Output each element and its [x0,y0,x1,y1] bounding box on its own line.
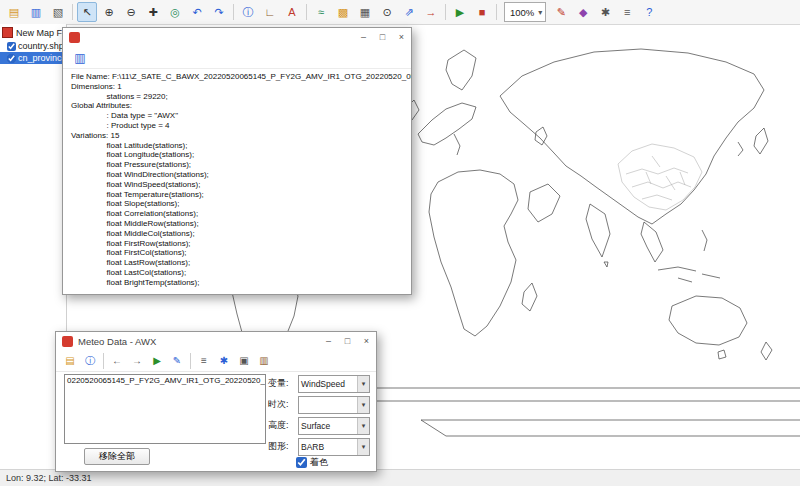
palette-icon[interactable]: ◆ [573,2,593,22]
zoom-level-value: 100% [510,7,534,18]
save-text-icon[interactable]: ▥ [70,48,90,68]
map-frame-label: New Map Fram... [16,28,67,38]
grid-icon[interactable]: ▦ [355,2,375,22]
contour-icon[interactable]: ≈ [311,2,331,22]
meteo-toolbar: ▤ⓘ←→▶✎≡✱▣▥ [56,351,376,372]
wind-barb-icon[interactable]: ⇗ [399,2,419,22]
variable-label: 变量: [268,377,298,390]
toolbar-separator [233,4,234,20]
next-time-icon[interactable]: → [128,352,146,370]
identify-icon[interactable]: ⓘ [238,2,258,22]
map-frame-item[interactable]: New Map Fram... [0,24,66,40]
full-extent-icon[interactable]: ◎ [165,2,185,22]
metadata-line: Global Attributes: [71,101,403,111]
zoom-level-combo[interactable]: 100% ▾ [504,2,546,22]
open-icon[interactable]: ▤ [4,2,24,22]
metadata-toolbar: ▥ [63,47,411,69]
metadata-line: float Longitude(stations); [71,150,403,160]
metadata-line: float WindDirection(stations); [71,170,403,180]
layer-item-cn-province[interactable]: cn_province.s... [0,52,66,64]
level-select[interactable]: Surface ▾ [298,417,370,435]
metadata-line: float MiddleCol(stations); [71,229,403,239]
minimize-button[interactable]: – [319,332,338,351]
layer-visibility-checkbox[interactable] [7,42,16,51]
meteo-dialog-body: 0220520065145_P_FY2G_AMV_IR1_OTG_2022052… [56,372,376,472]
app-window: ▤▥▧↖⊕⊖✚◎↶↷ⓘ∟A≈▩▦⊙⇗→▶■ 100% ▾ ✎◆✱≡? New M… [0,0,800,486]
data-info-icon[interactable]: ⓘ [81,352,99,370]
variable-select[interactable]: WindSpeed ▾ [298,375,370,393]
maximize-button[interactable]: □ [373,28,392,47]
chevron-down-icon: ▾ [357,376,369,392]
close-button[interactable]: × [392,28,411,47]
metadata-line: Dimensions: 1 [71,82,403,92]
layer-visibility-checkbox[interactable] [7,54,16,63]
zoom-out-icon[interactable]: ⊖ [121,2,141,22]
maximize-button[interactable]: □ [338,332,357,351]
app-icon [69,32,80,43]
metadata-line: : Product type = 4 [71,121,403,131]
label-icon[interactable]: A [282,2,302,22]
layer-item-country[interactable]: country.shp [0,40,66,52]
metadata-line: float FirstCol(stations); [71,248,403,258]
save-image-icon[interactable]: ▣ [235,352,253,370]
time-label: 时次: [268,398,298,411]
open-data-icon[interactable]: ▤ [61,352,79,370]
metadata-line: float Correlation(stations); [71,209,403,219]
edit-plot-icon[interactable]: ✎ [168,352,186,370]
plot-type-select[interactable]: BARB ▾ [298,438,370,456]
plot-type-field: 图形: BARB ▾ [268,438,370,455]
settings-icon[interactable]: ✱ [595,2,615,22]
print-icon[interactable]: ▧ [48,2,68,22]
metadata-dialog-titlebar[interactable]: – □ × [63,28,411,47]
draw-plot-icon[interactable]: ▶ [148,352,166,370]
previous-time-icon[interactable]: ← [108,352,126,370]
layers-icon[interactable]: ≡ [617,2,637,22]
metadata-line: float MiddleRow(stations); [71,219,403,229]
toolbar-separator [445,4,446,20]
metadata-dialog: – □ × ▥ File Name: F:\11\Z_SATE_C_BAWX_2… [62,27,412,295]
toolbar-separator [190,353,191,369]
save-icon[interactable]: ▥ [26,2,46,22]
variable-field: 变量: WindSpeed ▾ [268,375,370,392]
meteo-dialog-titlebar[interactable]: Meteo Data - AWX – □ × [56,332,376,351]
level-label: 高度: [268,419,298,432]
china-province-borders [618,144,702,210]
close-button[interactable]: × [357,332,376,351]
measure-icon[interactable]: ∟ [260,2,280,22]
plot-settings-icon[interactable]: ✱ [215,352,233,370]
colored-checkbox[interactable] [296,457,307,468]
zoom-next-icon[interactable]: ↷ [209,2,229,22]
metadata-line: stations = 29220; [71,92,403,102]
meteo-data-dialog: Meteo Data - AWX – □ × ▤ⓘ←→▶✎≡✱▣▥ 022052… [55,331,377,472]
level-field: 高度: Surface ▾ [268,417,370,434]
play-animation-icon[interactable]: ▶ [450,2,470,22]
export-data-icon[interactable]: ▥ [255,352,273,370]
zoom-previous-icon[interactable]: ↶ [187,2,207,22]
shaded-icon[interactable]: ▩ [333,2,353,22]
metadata-line: float WindSpeed(stations); [71,180,403,190]
colored-checkbox-field[interactable]: 着色 [296,456,328,469]
chevron-down-icon: ▾ [538,8,542,17]
station-plot-icon[interactable]: ⊙ [377,2,397,22]
colored-label: 着色 [310,456,328,469]
app-icon [62,336,73,347]
chevron-down-icon: ▾ [357,397,369,413]
toolbar-separator [103,353,104,369]
zoom-in-icon[interactable]: ⊕ [99,2,119,22]
variable-list-icon[interactable]: ≡ [195,352,213,370]
metadata-line: float FirstRow(stations); [71,239,403,249]
chevron-down-icon: ▾ [357,418,369,434]
select-icon[interactable]: ↖ [77,2,97,22]
remove-all-button[interactable]: 移除全部 [84,448,150,465]
chevron-down-icon: ▾ [357,439,369,455]
pan-icon[interactable]: ✚ [143,2,163,22]
time-select[interactable]: ▾ [298,396,370,414]
help-icon[interactable]: ? [639,2,659,22]
edit-pen-icon[interactable]: ✎ [551,2,571,22]
main-toolbar: ▤▥▧↖⊕⊖✚◎↶↷ⓘ∟A≈▩▦⊙⇗→▶■ 100% ▾ ✎◆✱≡? [0,0,800,25]
vector-icon[interactable]: → [421,2,441,22]
minimize-button[interactable]: – [354,28,373,47]
file-list-item[interactable]: 0220520065145_P_FY2G_AMV_IR1_OTG_2022052… [67,376,263,385]
stop-animation-icon[interactable]: ■ [472,2,492,22]
opened-file-list[interactable]: 0220520065145_P_FY2G_AMV_IR1_OTG_2022052… [64,374,266,444]
